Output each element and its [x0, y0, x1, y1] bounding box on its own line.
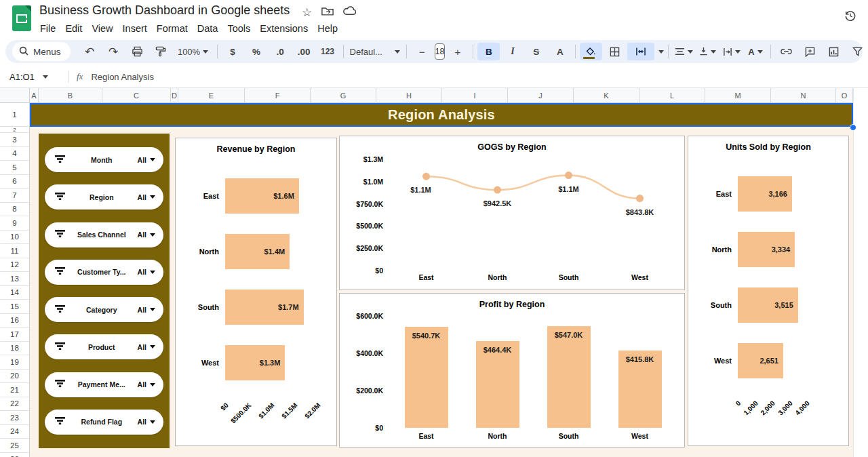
insert-chart-button[interactable]	[823, 43, 845, 60]
create-filter-button[interactable]	[846, 43, 868, 60]
decrease-font-size-button[interactable]: −	[411, 43, 433, 60]
menu-extensions[interactable]: Extensions	[255, 22, 313, 35]
strikethrough-button[interactable]: S	[525, 43, 547, 60]
bold-button[interactable]: B	[477, 43, 500, 60]
row-header-17[interactable]: 17	[0, 327, 30, 342]
column-header-G[interactable]: G	[311, 88, 376, 103]
row-header-19[interactable]: 19	[0, 355, 30, 370]
slicer-value-dropdown[interactable]: All	[138, 418, 155, 426]
slicer-month[interactable]: MonthAll	[45, 147, 163, 172]
vertical-align-button[interactable]	[696, 43, 719, 60]
font-size-input[interactable]: 18	[435, 43, 446, 60]
slicer-customer-ty-[interactable]: Customer Ty...All	[45, 260, 163, 285]
column-header-K[interactable]: K	[574, 88, 639, 103]
row-header-21[interactable]: 21	[0, 383, 30, 397]
column-header-B[interactable]: B	[39, 88, 102, 103]
column-header-N[interactable]: N	[771, 88, 836, 103]
slicer-region[interactable]: RegionAll	[45, 184, 163, 210]
undo-button[interactable]: ↶	[79, 43, 101, 60]
paint-format-button[interactable]	[150, 43, 172, 60]
row-header-4[interactable]: 4	[0, 147, 30, 161]
text-wrap-button[interactable]	[720, 43, 743, 60]
slicer-value-dropdown[interactable]: All	[138, 231, 155, 239]
italic-button[interactable]: I	[501, 43, 524, 60]
slicer-sales-channel[interactable]: Sales ChannelAll	[45, 222, 163, 247]
slicer-product[interactable]: ProductAll	[45, 334, 163, 359]
row-header-1[interactable]: 1	[0, 103, 30, 127]
menu-insert[interactable]: Insert	[118, 22, 152, 35]
row-header-12[interactable]: 12	[0, 258, 30, 273]
menu-view[interactable]: View	[87, 22, 117, 35]
row-header-10[interactable]: 10	[0, 231, 30, 245]
column-header-I[interactable]: I	[442, 88, 508, 103]
number-format-button[interactable]: 123	[317, 43, 339, 60]
banner-cell-region-analysis[interactable]: Region Analysis	[30, 103, 853, 127]
move-folder-icon[interactable]	[321, 5, 334, 20]
column-header-E[interactable]: E	[178, 88, 245, 103]
text-color-button[interactable]: A	[549, 43, 571, 60]
slicer-payment-me-[interactable]: Payment Me...All	[45, 372, 163, 397]
row-header-13[interactable]: 13	[0, 272, 30, 286]
menus-search-pill[interactable]: Menus	[12, 42, 71, 61]
version-history-icon[interactable]	[841, 6, 860, 25]
row-header-8[interactable]: 8	[0, 203, 30, 217]
column-header-C[interactable]: C	[102, 88, 171, 103]
row-header-11[interactable]: 11	[0, 244, 30, 258]
row-header-3[interactable]: 3	[0, 133, 30, 147]
column-header-J[interactable]: J	[508, 88, 574, 103]
menu-edit[interactable]: Edit	[60, 22, 87, 35]
column-header-F[interactable]: F	[245, 88, 311, 103]
slicer-value-dropdown[interactable]: All	[138, 193, 155, 201]
print-button[interactable]	[126, 43, 149, 60]
chart-revenue-by-region[interactable]: Revenue by RegionEast$1.6MNorth$1.4MSout…	[175, 138, 337, 446]
merge-cells-button[interactable]	[627, 43, 654, 60]
text-rotation-button[interactable]: A	[744, 43, 766, 60]
increase-font-size-button[interactable]: +	[446, 43, 469, 60]
row-header-26[interactable]: 26	[0, 453, 30, 457]
row-header-6[interactable]: 6	[0, 175, 30, 189]
row-header-9[interactable]: 9	[0, 216, 30, 231]
menu-data[interactable]: Data	[193, 22, 223, 35]
slicer-value-dropdown[interactable]: All	[138, 268, 155, 276]
column-header-M[interactable]: M	[705, 88, 771, 103]
horizontal-align-button[interactable]	[673, 43, 695, 60]
menu-file[interactable]: File	[35, 22, 60, 35]
sheets-logo-icon[interactable]	[12, 5, 31, 31]
selection-fill-handle[interactable]	[850, 124, 856, 131]
column-header-A[interactable]: A	[30, 88, 39, 103]
cloud-status-icon[interactable]	[343, 5, 356, 20]
column-header-O[interactable]: O	[836, 88, 853, 103]
fill-color-button[interactable]	[580, 43, 602, 60]
formula-input[interactable]: Region Analysis	[91, 72, 154, 82]
row-header-7[interactable]: 7	[0, 188, 30, 203]
slicer-category[interactable]: CategoryAll	[45, 297, 163, 322]
insert-comment-button[interactable]	[799, 43, 821, 60]
star-icon[interactable]: ☆	[302, 5, 312, 20]
slicer-value-dropdown[interactable]: All	[138, 306, 155, 314]
row-header-23[interactable]: 23	[0, 411, 30, 425]
chart-units-sold-by-region[interactable]: Units Sold by RegionEast3,166North3,334S…	[688, 136, 849, 446]
row-header-16[interactable]: 16	[0, 314, 30, 328]
slicer-value-dropdown[interactable]: All	[138, 343, 155, 351]
select-all-corner[interactable]	[0, 88, 30, 103]
slicer-value-dropdown[interactable]: All	[138, 380, 155, 389]
chart-profit-by-region[interactable]: Profit by Region$0$200.0K$400.0K$600.0K$…	[339, 293, 685, 448]
column-header-H[interactable]: H	[376, 88, 442, 103]
borders-button[interactable]	[604, 43, 626, 60]
row-header-25[interactable]: 25	[0, 439, 30, 453]
row-header-20[interactable]: 20	[0, 370, 30, 384]
row-header-15[interactable]: 15	[0, 300, 30, 314]
row-header-22[interactable]: 22	[0, 397, 30, 412]
decrease-decimal-button[interactable]: .0	[269, 43, 292, 60]
insert-link-button[interactable]	[775, 43, 797, 60]
row-header-14[interactable]: 14	[0, 286, 30, 300]
document-title[interactable]: Business Growth Dashboard in Google shee…	[39, 3, 290, 18]
merge-dropdown-icon[interactable]	[658, 50, 664, 54]
increase-decimal-button[interactable]: .00	[293, 43, 315, 60]
menu-format[interactable]: Format	[152, 22, 193, 35]
font-select[interactable]: Defaul...	[348, 43, 402, 60]
menu-help[interactable]: Help	[313, 22, 342, 35]
row-header-24[interactable]: 24	[0, 425, 30, 439]
zoom-select[interactable]: 100%	[174, 43, 213, 60]
chart-gogs-by-region[interactable]: GOGS by Region$0$250.0K$500.0K$750.0K$1.…	[339, 136, 685, 290]
